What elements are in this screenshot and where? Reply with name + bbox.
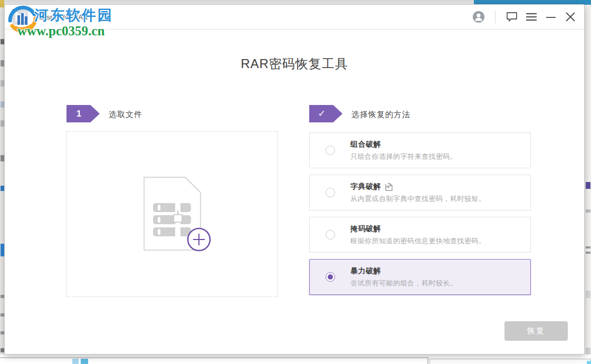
background-window-right-edge bbox=[585, 5, 591, 355]
page-title: RAR密码恢复工具 bbox=[5, 55, 584, 72]
background-taskbar-fragment bbox=[81, 359, 88, 364]
rar-file-icon bbox=[144, 177, 215, 256]
account-icon[interactable] bbox=[472, 11, 485, 23]
step2-label: 选择恢复的方法 bbox=[351, 110, 411, 120]
radio-dictionary[interactable] bbox=[326, 188, 335, 197]
method-title: 暴力破解 bbox=[350, 266, 381, 276]
background-bottom-divider bbox=[427, 358, 428, 364]
add-file-icon[interactable] bbox=[188, 228, 210, 251]
step2-badge: ✓ bbox=[309, 105, 342, 122]
feedback-icon[interactable] bbox=[506, 11, 518, 23]
minimize-icon[interactable] bbox=[545, 11, 557, 23]
method-card-mask[interactable]: 掩码破解 根据你所知道的密码信息更快地查找密码。 bbox=[309, 217, 531, 253]
method-title: 组合破解 bbox=[350, 140, 381, 149]
background-window-left-edge bbox=[0, 7, 4, 364]
titlebar: Passper for RAR bbox=[5, 5, 584, 30]
method-description: 根据你所知道的密码信息更快地查找密码。 bbox=[350, 236, 486, 246]
check-icon: ✓ bbox=[318, 108, 325, 119]
step1-number: 1 bbox=[77, 109, 81, 119]
titlebar-divider bbox=[495, 11, 495, 23]
menu-icon[interactable] bbox=[525, 11, 538, 23]
method-card-dictionary[interactable]: 字典破解 从内置或自制字典中查找密码，耗时较短。 bbox=[309, 175, 531, 210]
step1-badge: 1 bbox=[66, 105, 100, 122]
method-description: 从内置或自制字典中查找密码，耗时较短。 bbox=[350, 194, 486, 204]
background-taskbar-fragment bbox=[72, 359, 79, 364]
radio-combination[interactable] bbox=[326, 146, 335, 155]
step1-label: 选取文件 bbox=[109, 110, 142, 120]
method-card-brute-force[interactable]: 暴力破解 尝试所有可能的组合，耗时较长。 bbox=[309, 259, 531, 295]
file-drop-zone[interactable] bbox=[66, 131, 278, 297]
radio-brute-force[interactable] bbox=[326, 272, 335, 282]
passper-for-rar-window: Passper for RAR bbox=[4, 4, 585, 355]
close-icon[interactable] bbox=[564, 11, 577, 23]
method-card-combination[interactable]: 组合破解 只组合你选择的字符来查找密码。 bbox=[309, 132, 531, 168]
background-bottom-divider bbox=[0, 357, 428, 358]
import-dictionary-icon[interactable] bbox=[385, 182, 393, 191]
background-window-top-edge bbox=[4, 0, 474, 4]
app-logo-icon bbox=[12, 9, 28, 25]
background-window-fragment bbox=[430, 359, 591, 364]
method-description: 尝试所有可能的组合，耗时较长。 bbox=[350, 279, 457, 288]
radio-mask[interactable] bbox=[326, 230, 335, 240]
background-fragment-blue bbox=[587, 361, 591, 364]
method-title: 掩码破解 bbox=[350, 224, 381, 234]
method-title: 字典破解 bbox=[350, 182, 381, 191]
recover-button[interactable]: 恢复 bbox=[504, 321, 568, 341]
window-title: Passper for RAR bbox=[34, 13, 88, 21]
method-description: 只组合你选择的字符来查找密码。 bbox=[350, 152, 457, 161]
background-fragment-yellow bbox=[0, 0, 4, 7]
